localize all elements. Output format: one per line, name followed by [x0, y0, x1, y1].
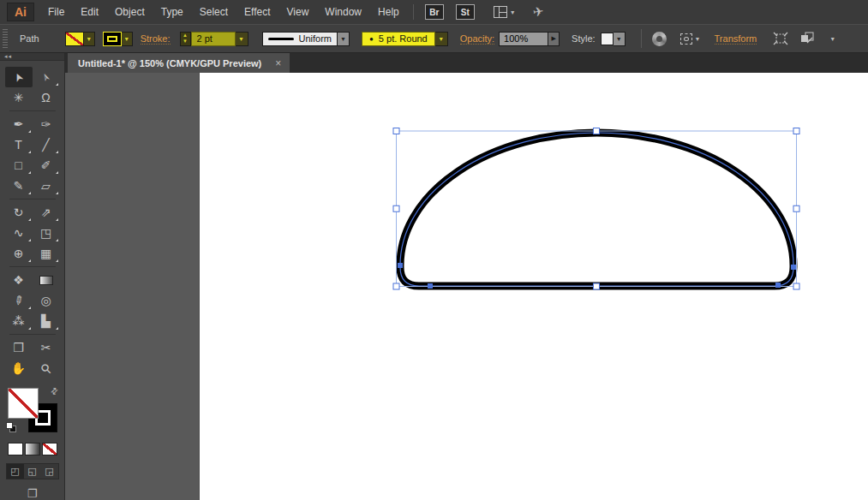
bbox-handle-top-right[interactable] — [793, 128, 799, 134]
fill-color-control[interactable]: ▼ — [65, 32, 95, 46]
column-graph-tool[interactable]: ▙ — [33, 311, 60, 331]
none-button[interactable] — [42, 443, 57, 455]
workspace-switcher[interactable]: ▼ — [494, 6, 516, 18]
fill-swatch[interactable] — [65, 32, 84, 46]
artwork-path[interactable] — [400, 133, 793, 286]
brush-definition-field[interactable]: ● 5 pt. Round — [362, 32, 435, 46]
perspective-grid-tool[interactable]: ▦ — [33, 243, 60, 264]
stroke-color-control[interactable]: ▼ — [103, 32, 133, 46]
eyedropper-tool[interactable]: ✏ — [5, 290, 33, 311]
menu-edit[interactable]: Edit — [81, 6, 99, 18]
gradient-tool[interactable] — [33, 270, 60, 290]
change-screen-mode-icon[interactable]: ❐ — [27, 487, 38, 500]
bbox-handle-mid-left[interactable] — [393, 205, 399, 211]
rotate-tool[interactable]: ↻ — [5, 202, 33, 223]
anchor-point[interactable] — [775, 283, 781, 288]
swap-fill-stroke-icon[interactable]: ⇄ — [48, 385, 60, 397]
width-profile-field[interactable]: Uniform — [262, 32, 338, 46]
anchor-point[interactable] — [428, 283, 433, 289]
zoom-tool[interactable]: ⚲ — [33, 358, 60, 378]
stroke-weight-dropdown-icon[interactable]: ▼ — [236, 32, 248, 46]
spinner-up-icon[interactable]: ▲ — [183, 33, 188, 39]
anchor-point[interactable] — [398, 263, 403, 268]
paintbrush-tool[interactable]: ✐ — [33, 155, 60, 176]
illustrator-window: Ai File Edit Object Type Select Effect V… — [0, 0, 868, 500]
stroke-dropdown-icon[interactable]: ▼ — [122, 32, 133, 46]
opacity-panel-link[interactable]: Opacity: — [460, 33, 494, 45]
arrange-objects-icon[interactable] — [800, 32, 817, 45]
width-profile-dropdown-icon[interactable]: ▼ — [338, 32, 350, 46]
bridge-button[interactable]: Br — [425, 4, 444, 20]
line-segment-tool[interactable]: ╱ — [33, 134, 60, 155]
draw-normal-button[interactable]: ◰ — [7, 464, 24, 479]
bbox-handle-bottom-left[interactable] — [393, 283, 399, 289]
bbox-handle-bottom-center[interactable] — [594, 283, 600, 289]
style-dropdown-icon[interactable]: ▼ — [614, 32, 626, 46]
document-tab[interactable]: Untitled-1* @ 150% (CMYK/GPU Preview) × — [68, 53, 290, 73]
slice-tool[interactable]: ✂ — [33, 337, 60, 358]
lasso-tool[interactable]: Ω — [33, 87, 60, 108]
menu-file[interactable]: File — [48, 6, 64, 18]
rectangle-tool[interactable]: □ — [5, 155, 33, 176]
menu-effect[interactable]: Effect — [244, 6, 270, 18]
bbox-handle-top-left[interactable] — [393, 128, 399, 134]
menu-window[interactable]: Window — [325, 6, 362, 18]
hand-tool[interactable]: ✋ — [5, 358, 33, 378]
align-controls: ▼ — [773, 32, 835, 45]
blend-tool[interactable]: ◎ — [33, 290, 60, 311]
scale-tool[interactable]: ⇗ — [33, 202, 60, 223]
free-transform-tool[interactable]: ◳ — [33, 223, 60, 243]
stroke-panel-link[interactable]: Stroke: — [141, 33, 171, 45]
artboard-tool[interactable]: ❒ — [5, 337, 33, 358]
fill-dropdown-icon[interactable]: ▼ — [84, 32, 95, 46]
bbox-handle-top-center[interactable] — [594, 128, 600, 134]
stroke-swatch[interactable] — [103, 32, 122, 46]
recolor-artwork-icon[interactable] — [652, 32, 667, 46]
gradient-button[interactable] — [25, 443, 40, 455]
bbox-handle-mid-right[interactable] — [793, 205, 799, 211]
draw-inside-button[interactable]: ◲ — [41, 464, 58, 479]
eraser-tool[interactable]: ▱ — [33, 176, 60, 196]
draw-behind-button[interactable]: ◱ — [24, 464, 41, 479]
mesh-tool[interactable]: ❖ — [5, 270, 33, 290]
stock-button[interactable]: St — [456, 4, 475, 20]
opacity-field[interactable]: 100% — [499, 32, 548, 46]
direct-selection-tool[interactable]: ➢ — [33, 67, 60, 87]
fill-indicator-swatch[interactable] — [8, 388, 39, 419]
menu-object[interactable]: Object — [115, 6, 145, 18]
pen-tool[interactable]: ✒ — [5, 114, 33, 134]
style-swatch[interactable] — [601, 33, 614, 45]
curvature-tool[interactable]: ✑ — [33, 114, 60, 134]
gpu-performance-icon[interactable]: ✈ — [531, 3, 544, 21]
menu-type[interactable]: Type — [161, 6, 183, 18]
spinner-down-icon[interactable]: ▼ — [183, 39, 188, 45]
select-similar-icon — [680, 33, 692, 45]
menu-help[interactable]: Help — [378, 6, 399, 18]
opacity-slider-icon[interactable]: ▶ — [548, 32, 560, 46]
default-fill-stroke-icon[interactable] — [6, 422, 16, 432]
symbol-sprayer-tool[interactable]: ⁂ — [5, 311, 33, 331]
menu-view[interactable]: View — [287, 6, 309, 18]
anchor-point[interactable] — [791, 265, 796, 270]
panel-grip[interactable] — [3, 29, 8, 48]
color-button[interactable] — [8, 443, 23, 455]
tool-separator — [9, 199, 56, 199]
stroke-weight-field[interactable]: 2 pt — [191, 32, 236, 46]
type-tool[interactable]: T — [5, 134, 33, 155]
collapse-panel-button[interactable]: ◂◂ — [0, 53, 64, 61]
width-tool[interactable]: ∿ — [5, 223, 33, 243]
canvas[interactable] — [65, 73, 868, 500]
shape-builder-tool[interactable]: ⊕ — [5, 243, 33, 264]
brush-dropdown-icon[interactable]: ▼ — [435, 32, 448, 46]
bbox-handle-bottom-right[interactable] — [793, 283, 799, 289]
tab-close-icon[interactable]: × — [275, 58, 281, 68]
chevron-down-icon[interactable]: ▼ — [829, 36, 835, 42]
magic-wand-tool[interactable]: ✳ — [5, 87, 33, 108]
select-similar-control[interactable]: ▼ — [680, 33, 701, 45]
stroke-weight-stepper[interactable]: ▲ ▼ — [180, 32, 191, 46]
transform-panel-link[interactable]: Transform — [715, 33, 757, 45]
align-bounds-icon[interactable] — [773, 32, 788, 45]
menu-select[interactable]: Select — [200, 6, 228, 18]
selection-tool[interactable]: ➤ — [5, 67, 33, 87]
pencil-tool[interactable]: ✎ — [5, 176, 33, 196]
